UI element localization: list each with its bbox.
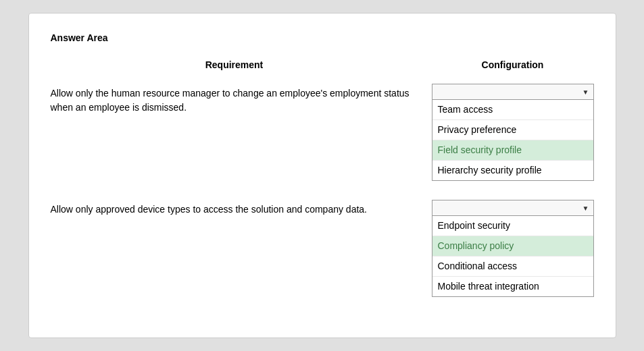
dropdown-1[interactable]: ▼ Team accessPrivacy preferenceField sec… bbox=[432, 84, 594, 181]
dropdown-arrow-icon-1: ▼ bbox=[583, 88, 589, 96]
dropdown-item-1-2[interactable]: Privacy preference bbox=[432, 120, 593, 140]
dropdown-item-1-4[interactable]: Hierarchy security profile bbox=[432, 161, 593, 180]
answer-area-card: Answer Area Requirement Configuration Al… bbox=[28, 13, 616, 338]
dropdown-item-2-2[interactable]: Compliancy policy bbox=[432, 236, 593, 256]
requirement-text-1: Allow only the human resource manager to… bbox=[51, 84, 432, 115]
requirement-text-2: Allow only approved device types to acce… bbox=[51, 200, 432, 217]
dropdown-item-1-3[interactable]: Field security profile bbox=[432, 140, 593, 161]
table-header: Requirement Configuration bbox=[51, 59, 594, 73]
dropdown-item-2-1[interactable]: Endpoint security bbox=[432, 216, 593, 236]
dropdown-2[interactable]: ▼ Endpoint securityCompliancy policyCond… bbox=[432, 200, 594, 297]
column-header-configuration: Configuration bbox=[432, 59, 594, 70]
table-row: Allow only approved device types to acce… bbox=[51, 200, 594, 297]
dropdown-list-1: Team accessPrivacy preferenceField secur… bbox=[432, 100, 594, 181]
card-title: Answer Area bbox=[51, 32, 594, 43]
dropdown-item-2-3[interactable]: Conditional access bbox=[432, 256, 593, 277]
dropdown-trigger-2[interactable]: ▼ bbox=[432, 200, 594, 216]
dropdown-trigger-1[interactable]: ▼ bbox=[432, 84, 594, 100]
dropdown-item-1-1[interactable]: Team access bbox=[432, 100, 593, 120]
dropdown-list-2: Endpoint securityCompliancy policyCondit… bbox=[432, 216, 594, 297]
column-header-requirement: Requirement bbox=[51, 59, 432, 70]
table-row: Allow only the human resource manager to… bbox=[51, 84, 594, 181]
dropdown-arrow-icon-2: ▼ bbox=[583, 205, 589, 212]
dropdown-item-2-4[interactable]: Mobile threat integration bbox=[432, 277, 593, 296]
